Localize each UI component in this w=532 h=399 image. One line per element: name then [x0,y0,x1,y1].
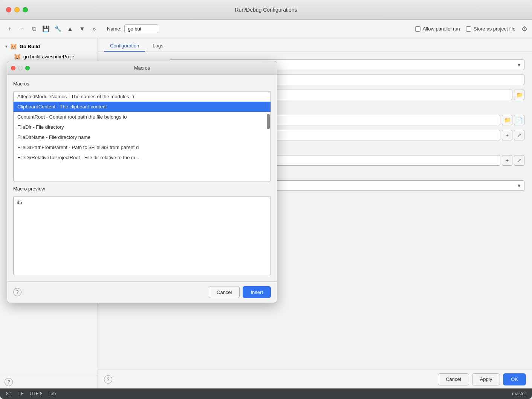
status-line-ending: LF [18,391,24,396]
remove-button[interactable]: − [17,24,27,34]
macro-item-file-dir-relative[interactable]: FileDirRelativeToProjectRoot - File dir … [14,152,271,163]
status-bar: 8:1 LF UTF-8 Tab master [0,388,532,399]
tab-configuration[interactable]: Configuration [104,41,145,52]
go-build-child-icon: 🐹 [14,53,21,60]
macro-preview-box: 95 [13,196,271,275]
store-project-checkbox[interactable] [466,26,471,32]
store-project-label[interactable]: Store as project file [466,26,515,32]
move-up-button[interactable]: ▲ [65,24,75,34]
close-button[interactable] [6,7,11,12]
macro-item-file-dir-name[interactable]: FileDirName - File directory name [14,132,271,142]
dialog-window-controls [11,66,30,70]
go-build-child-label: go build awesomeProje [23,54,74,59]
tree-arrow-icon: ▼ [5,44,8,49]
dialog-help-button[interactable]: ? [13,288,21,296]
dialog-title-text: Macros [134,65,150,71]
name-section: Name: [107,24,158,33]
working-dir-browse-button[interactable]: 📁 [502,115,512,125]
maximize-button[interactable] [23,7,28,12]
macro-preview-value: 95 [17,200,22,205]
status-branch: master [512,391,526,396]
env-vars-add-button[interactable]: + [502,130,512,140]
ok-button[interactable]: OK [503,373,526,385]
sidebar-help: ? [0,375,98,388]
help-button[interactable]: ? [104,375,112,384]
toolbar: + − ⧉ 💾 🔧 ▲ ▼ » Name: Allow parallel run… [0,20,532,38]
dialog-cancel-button[interactable]: Cancel [209,286,240,298]
dialog-action-buttons: Cancel Insert [209,286,271,298]
macro-item-affected-module-names[interactable]: AffectedModuleNames - The names of the m… [14,91,271,102]
macros-section-label: Macros [13,81,271,87]
macro-preview-label: Macro preview [13,186,271,192]
dialog-title-bar: Macros [7,61,277,75]
toolbar-right: Allow parallel run Store as project file… [415,25,527,33]
dialog-bottom: ? Cancel Insert [7,281,277,303]
go-tool-args-add-button[interactable]: + [502,155,512,166]
dialog-insert-button[interactable]: Insert [243,286,271,298]
go-build-group-icon: 🐹 [10,43,17,50]
sidebar-item-go-build-group[interactable]: ▼ 🐹 Go Build [0,41,98,52]
name-label: Name: [107,26,121,32]
macro-item-file-dir[interactable]: FileDir - File directory [14,122,271,132]
macros-scrollbar-thumb[interactable] [267,114,270,129]
macro-item-clipboard-content[interactable]: ClipboardContent - The clipboard content [14,102,271,112]
macro-item-content-root[interactable]: ContentRoot - Content root path the file… [14,112,271,122]
bottom-bar: ? Cancel Apply OK [98,370,532,388]
dialog-maximize-button[interactable] [25,66,30,70]
allow-parallel-label[interactable]: Allow parallel run [415,26,460,32]
tabs-bar: Configuration Logs [98,38,532,52]
save-button[interactable]: 💾 [41,24,51,34]
macros-list[interactable]: AffectedModuleNames - The names of the m… [14,91,271,181]
output-dir-browse-button[interactable]: 📁 [514,90,524,100]
dialog-minimize-button[interactable] [18,66,23,70]
name-input[interactable] [124,24,158,33]
apply-button[interactable]: Apply [472,373,500,385]
macros-list-container: AffectedModuleNames - The names of the m… [13,91,271,181]
macro-item-file-dir-path-from-parent[interactable]: FileDirPathFromParent - Path to $FileDir… [14,142,271,152]
more-button[interactable]: » [89,24,99,34]
status-position: 8:1 [6,391,12,396]
cancel-button[interactable]: Cancel [438,373,469,385]
add-button[interactable]: + [5,24,15,34]
minimize-button[interactable] [14,7,20,12]
copy-button[interactable]: ⧉ [29,24,39,34]
title-bar: Run/Debug Configurations [0,0,532,20]
tab-logs[interactable]: Logs [147,41,169,52]
status-indent: Tab [49,391,56,396]
working-dir-file-button[interactable]: 📄 [514,115,524,125]
dialog-content: Macros AffectedModuleNames - The names o… [7,75,277,281]
settings-button[interactable]: 🔧 [53,24,63,34]
move-down-button[interactable]: ▼ [77,24,87,34]
env-vars-expand-button[interactable]: ⤢ [514,130,524,140]
gear-icon[interactable]: ⚙ [521,25,527,33]
dialog-close-button[interactable] [11,66,15,70]
macros-dialog: Macros Macros AffectedModuleNames - The … [7,61,277,303]
go-tool-args-expand-button[interactable]: ⤢ [514,155,524,166]
window-title: Run/Debug Configurations [235,7,297,13]
sidebar-help-button[interactable]: ? [5,378,13,386]
go-build-group-label: Go Build [20,44,40,49]
status-encoding: UTF-8 [30,391,43,396]
allow-parallel-checkbox[interactable] [415,26,420,32]
window-controls [6,7,28,12]
sidebar-item-go-build-child[interactable]: 🐹 go build awesomeProje [0,52,98,62]
